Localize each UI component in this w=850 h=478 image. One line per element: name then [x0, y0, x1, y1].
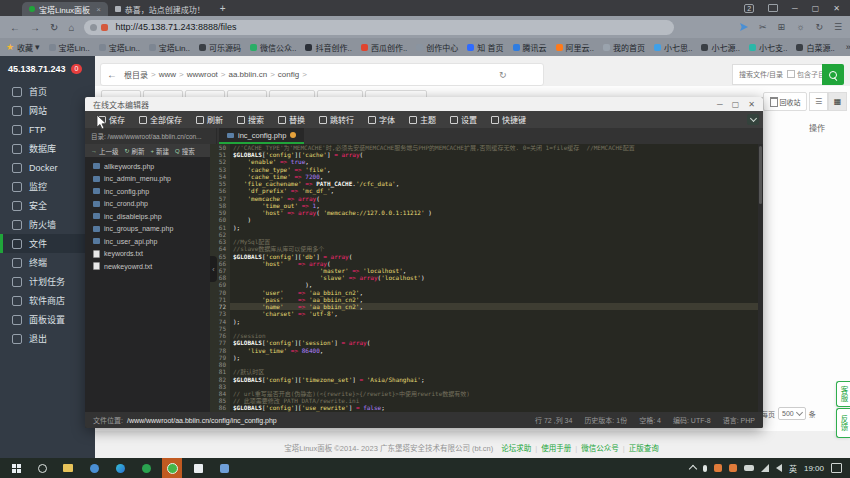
code-line[interactable]: 61);: [210, 224, 763, 231]
bookmarks-overflow-icon[interactable]: »: [846, 42, 850, 52]
breadcrumb-segment[interactable]: wwwroot: [187, 70, 218, 79]
code-line[interactable]: 58 'time_out' => 1,: [210, 202, 763, 209]
tray-expand-icon[interactable]: [689, 465, 697, 473]
up-arrow-icon[interactable]: ←: [107, 69, 117, 80]
browser-tab-2[interactable]: 恭喜，站点创建成功！: [108, 2, 212, 16]
code-line[interactable]: 79);: [210, 354, 763, 361]
keyboard-icon[interactable]: [744, 465, 754, 471]
dialog-minimize-icon[interactable]: ─: [717, 100, 723, 109]
code-line[interactable]: 75: [210, 325, 763, 332]
back-icon[interactable]: ←: [10, 22, 20, 33]
code-line[interactable]: 53 'cache_type' => 'file',: [210, 166, 763, 173]
code-line[interactable]: 72 'name' => 'aa_bbiin_cn2',: [210, 303, 763, 310]
code-line[interactable]: 78 'live_time' => 86400,: [210, 347, 763, 354]
files-up-level-button[interactable]: →上一级: [89, 146, 121, 156]
footer-link[interactable]: 正版查询: [629, 444, 659, 453]
code-line[interactable]: 67 'master' => 'localhost',: [210, 267, 763, 274]
sidebar-item-cron[interactable]: 计划任务: [0, 272, 95, 291]
sidebar-item-ftp[interactable]: FTP: [0, 120, 95, 139]
file-list-item[interactable]: inc_groups_name.php: [85, 223, 210, 236]
editor-titlebar[interactable]: 在线文本编辑器 ─ ▢ ✕: [85, 97, 763, 111]
bookmark-item[interactable]: 白菜源..: [796, 42, 834, 53]
breadcrumb-segment[interactable]: aa.bbiin.cn: [228, 70, 267, 79]
code-line[interactable]: 80: [210, 361, 763, 368]
code-line[interactable]: 70 'user' => 'aa_bbiin_cn2',: [210, 289, 763, 296]
address-bar[interactable]: [84, 20, 674, 35]
code-line[interactable]: 63//MySql配置: [210, 238, 763, 245]
breadcrumb-segment[interactable]: 根目录: [124, 69, 148, 80]
start-button[interactable]: [6, 458, 26, 478]
volume-icon[interactable]: [776, 464, 782, 472]
sidebar-collapse-handle[interactable]: ‹: [210, 256, 217, 282]
encoding-indicator[interactable]: 编码: UTF-8: [673, 415, 711, 425]
file-list-item[interactable]: inc_crond.php: [85, 198, 210, 211]
bookmark-item[interactable]: 微信公众..: [250, 42, 296, 53]
breadcrumb-segment[interactable]: config: [278, 70, 299, 79]
sidebar-item-site[interactable]: 网站: [0, 101, 95, 120]
code-line[interactable]: 86$GLOBALS['config']['use_rewrite'] = fa…: [210, 404, 763, 411]
font-button[interactable]: 字体: [361, 111, 402, 128]
sidebar-item-files[interactable]: 文件: [0, 234, 95, 253]
code-line[interactable]: 84// url重写是否开启(伪静态)(<{rewrite}>{/rewriet…: [210, 390, 763, 397]
editor-scrollbar[interactable]: [758, 144, 763, 412]
sidebar-item-home[interactable]: 首页: [0, 82, 95, 101]
files-new-button[interactable]: +新建: [149, 146, 172, 156]
code-line[interactable]: 64//slave数据库从库可以使用多个: [210, 245, 763, 252]
spaces-indicator[interactable]: 空格: 4: [639, 415, 661, 425]
toolbar-collapse-button[interactable]: [747, 114, 759, 125]
input-language-indicator[interactable]: 英: [789, 463, 797, 474]
footer-link[interactable]: 微信公众号: [581, 444, 619, 453]
checkbox-icon[interactable]: [787, 70, 795, 78]
qq-app-icon[interactable]: [84, 458, 104, 478]
bookmark-item[interactable]: 小七源..: [701, 42, 739, 53]
code-line[interactable]: 82$GLOBALS['config']['timezone_set'] = '…: [210, 376, 763, 383]
code-line[interactable]: 77$GLOBALS['config']['session'] = array(: [210, 339, 763, 346]
code-line[interactable]: 59 'host' => array( 'memcache://127.0.0.…: [210, 209, 763, 216]
bookmark-item[interactable]: 宝塔Lin..: [149, 42, 190, 53]
blue-shell-app-icon[interactable]: [214, 458, 234, 478]
window-minimize-button[interactable]: ─: [792, 4, 798, 13]
settings-button[interactable]: 设置: [443, 111, 484, 128]
file-list-item[interactable]: inc_admin_menu.php: [85, 173, 210, 186]
sidebar-item-monitor[interactable]: 监控: [0, 177, 95, 196]
code-line[interactable]: 57 'memcache' => array(: [210, 195, 763, 202]
files-search-button[interactable]: Q搜索: [173, 146, 197, 156]
breadcrumb-segment[interactable]: www: [159, 70, 176, 79]
code-line[interactable]: 55 'file_cachename' => PATH_CACHE.'/cfc_…: [210, 180, 763, 187]
bookmark-item[interactable]: 阿里云..: [556, 42, 594, 53]
home-icon[interactable]: ⌂: [68, 22, 74, 33]
new-tab-button[interactable]: +: [220, 2, 226, 16]
code-line[interactable]: 50//'CACHE_TYPE'为'MEMCACHE'时,必须先安装MEMCAC…: [210, 144, 763, 151]
screenshot-icon[interactable]: ✂: [759, 22, 767, 32]
taskbar-search-icon[interactable]: [32, 458, 52, 478]
bookmark-item[interactable]: 创作中心: [416, 42, 458, 53]
send-page-icon[interactable]: [740, 23, 748, 31]
bookmark-item[interactable]: 抖音创作..: [305, 42, 351, 53]
code-line[interactable]: 83: [210, 383, 763, 390]
browser-tab-active[interactable]: 宝塔Linux面板 ×: [22, 2, 108, 16]
bookmark-item[interactable]: 宝塔Lin..: [99, 42, 140, 53]
editor-file-tab[interactable]: inc_config.php: [219, 128, 304, 144]
sidebar-item-appstore[interactable]: 软件商店: [0, 291, 95, 310]
footer-link[interactable]: 使用手册: [541, 444, 571, 453]
server-ip-header[interactable]: 45.138.71.243 0: [0, 56, 95, 82]
code-line[interactable]: 69 ),: [210, 281, 763, 288]
code-line[interactable]: 66 'host' => array(: [210, 260, 763, 267]
modified-dot-icon[interactable]: [290, 132, 296, 138]
code-line[interactable]: 52 'enable' => true,: [210, 158, 763, 165]
message-badge[interactable]: 0: [71, 64, 83, 74]
footer-link[interactable]: 论坛求助: [501, 444, 531, 453]
detail-view-toggle[interactable]: ▦: [828, 92, 847, 111]
sidebar-item-firewall[interactable]: 防火墙: [0, 215, 95, 234]
code-line[interactable]: 56 'df_prefix' => 'mc_df_',: [210, 187, 763, 194]
theme-button[interactable]: 主题: [402, 111, 443, 128]
file-list-item[interactable]: inc_config.php: [85, 185, 210, 198]
bookmark-item[interactable]: 宝塔Lin..: [49, 42, 90, 53]
code-line[interactable]: 74);: [210, 318, 763, 325]
daynight-icon[interactable]: ☼: [796, 22, 804, 32]
bookmark-item[interactable]: 可乐源码: [199, 42, 241, 53]
history-versions[interactable]: 历史版本: 1份: [584, 415, 627, 425]
file-list-item[interactable]: allkeywords.php: [85, 160, 210, 173]
menu-icon[interactable]: ☰: [834, 22, 842, 32]
dialog-close-icon[interactable]: ✕: [748, 100, 755, 109]
